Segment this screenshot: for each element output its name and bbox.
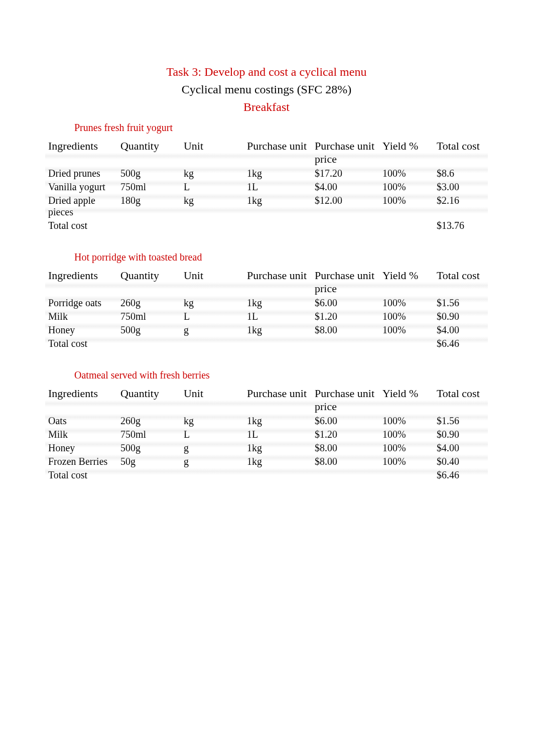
cell-unit: g xyxy=(181,441,244,455)
cell-quantity: 750ml xyxy=(117,180,181,194)
cell-ingredient: Milk xyxy=(45,428,117,441)
cell-yield_pct: 100% xyxy=(379,180,434,194)
cell-quantity: 500g xyxy=(117,323,181,337)
cell-unit: kg xyxy=(181,414,244,428)
cell-purchase_unit: 1kg xyxy=(244,441,312,455)
cell-total_cost: $8.6 xyxy=(434,167,488,180)
cell-total_cost: $0.90 xyxy=(434,310,488,323)
cell-quantity: 50g xyxy=(117,455,181,468)
total-cost-label: Total cost xyxy=(45,468,117,482)
table-header-row: IngredientsQuantityUnitPurchase unitPurc… xyxy=(45,139,488,167)
col-header-total_cost: Total cost xyxy=(434,386,488,414)
cell-yield_pct: 100% xyxy=(379,296,434,310)
cell-quantity: 180g xyxy=(117,194,181,219)
empty-cell xyxy=(117,219,181,232)
cell-total_cost: $0.40 xyxy=(434,455,488,468)
cell-purchase_unit_price: $8.00 xyxy=(312,323,379,337)
table-header-row: IngredientsQuantityUnitPurchase unitPurc… xyxy=(45,268,488,296)
col-header-ingredients: Ingredients xyxy=(45,386,117,414)
table-row: Dried apple pieces180gkg1kg$12.00100%$2.… xyxy=(45,194,488,219)
col-header-purchase_unit_price: Purchase unit price xyxy=(312,386,379,414)
cell-ingredient: Frozen Berries xyxy=(45,455,117,468)
total-cost-label: Total cost xyxy=(45,337,117,350)
table-row: Porridge oats260gkg1kg$6.00100%$1.56 xyxy=(45,296,488,310)
recipe-block: Oatmeal served with fresh berriesIngredi… xyxy=(45,369,488,482)
cell-yield_pct: 100% xyxy=(379,455,434,468)
col-header-purchase_unit: Purchase unit xyxy=(244,139,312,167)
cell-purchase_unit: 1kg xyxy=(244,167,312,180)
empty-cell xyxy=(244,219,312,232)
cell-total_cost: $3.00 xyxy=(434,180,488,194)
empty-cell xyxy=(379,219,434,232)
cell-quantity: 500g xyxy=(117,167,181,180)
cell-unit: kg xyxy=(181,296,244,310)
cell-yield_pct: 100% xyxy=(379,323,434,337)
costing-table: IngredientsQuantityUnitPurchase unitPurc… xyxy=(45,139,488,232)
cell-ingredient: Dried apple pieces xyxy=(45,194,117,219)
empty-cell xyxy=(312,219,379,232)
document-page: Task 3: Develop and cost a cyclical menu… xyxy=(0,0,533,531)
table-row: Honey500gg1kg$8.00100%$4.00 xyxy=(45,441,488,455)
recipe-title: Prunes fresh fruit yogurt xyxy=(74,122,488,134)
col-header-purchase_unit: Purchase unit xyxy=(244,386,312,414)
cell-unit: L xyxy=(181,180,244,194)
col-header-quantity: Quantity xyxy=(117,268,181,296)
empty-cell xyxy=(312,468,379,482)
table-row: Dried prunes500gkg1kg$17.20100%$8.6 xyxy=(45,167,488,180)
cell-purchase_unit: 1kg xyxy=(244,455,312,468)
empty-cell xyxy=(181,219,244,232)
cell-purchase_unit: 1L xyxy=(244,180,312,194)
cell-purchase_unit_price: $12.00 xyxy=(312,194,379,219)
recipe-title: Oatmeal served with fresh berries xyxy=(74,369,488,381)
col-header-yield_pct: Yield % xyxy=(379,139,434,167)
col-header-purchase_unit: Purchase unit xyxy=(244,268,312,296)
cell-purchase_unit_price: $8.00 xyxy=(312,441,379,455)
cell-purchase_unit: 1L xyxy=(244,428,312,441)
task-title: Task 3: Develop and cost a cyclical menu xyxy=(45,65,488,79)
empty-cell xyxy=(181,468,244,482)
empty-cell xyxy=(244,468,312,482)
table-row: Milk750mlL1L$1.20100%$0.90 xyxy=(45,310,488,323)
cell-quantity: 750ml xyxy=(117,310,181,323)
col-header-quantity: Quantity xyxy=(117,386,181,414)
total-cost-value: $6.46 xyxy=(434,468,488,482)
col-header-unit: Unit xyxy=(181,268,244,296)
table-row: Vanilla yogurt750mlL1L$4.00100%$3.00 xyxy=(45,180,488,194)
costing-table: IngredientsQuantityUnitPurchase unitPurc… xyxy=(45,386,488,482)
col-header-ingredients: Ingredients xyxy=(45,268,117,296)
table-row: Oats260gkg1kg$6.00100%$1.56 xyxy=(45,414,488,428)
cell-ingredient: Porridge oats xyxy=(45,296,117,310)
cell-yield_pct: 100% xyxy=(379,441,434,455)
col-header-yield_pct: Yield % xyxy=(379,268,434,296)
col-header-purchase_unit_price: Purchase unit price xyxy=(312,268,379,296)
col-header-unit: Unit xyxy=(181,386,244,414)
total-cost-row: Total cost$6.46 xyxy=(45,468,488,482)
col-header-ingredients: Ingredients xyxy=(45,139,117,167)
table-wrapper: IngredientsQuantityUnitPurchase unitPurc… xyxy=(45,268,488,350)
recipe-block: Hot porridge with toasted breadIngredien… xyxy=(45,251,488,350)
table-header-row: IngredientsQuantityUnitPurchase unitPurc… xyxy=(45,386,488,414)
cell-purchase_unit_price: $1.20 xyxy=(312,428,379,441)
cell-ingredient: Oats xyxy=(45,414,117,428)
cell-purchase_unit_price: $6.00 xyxy=(312,414,379,428)
cell-yield_pct: 100% xyxy=(379,167,434,180)
cell-purchase_unit: 1L xyxy=(244,310,312,323)
table-row: Frozen Berries50gg1kg$8.00100%$0.40 xyxy=(45,455,488,468)
cell-unit: g xyxy=(181,455,244,468)
empty-cell xyxy=(117,468,181,482)
total-cost-row: Total cost$13.76 xyxy=(45,219,488,232)
cell-unit: L xyxy=(181,310,244,323)
recipe-title: Hot porridge with toasted bread xyxy=(74,251,488,263)
subtitle: Cyclical menu costings (SFC 28%) xyxy=(45,83,488,96)
cell-purchase_unit: 1kg xyxy=(244,194,312,219)
cell-purchase_unit_price: $6.00 xyxy=(312,296,379,310)
empty-cell xyxy=(244,337,312,350)
col-header-quantity: Quantity xyxy=(117,139,181,167)
cell-quantity: 750ml xyxy=(117,428,181,441)
cell-ingredient: Honey xyxy=(45,441,117,455)
cell-quantity: 260g xyxy=(117,296,181,310)
total-cost-value: $13.76 xyxy=(434,219,488,232)
recipes-container: Prunes fresh fruit yogurtIngredientsQuan… xyxy=(45,122,488,482)
section-heading-breakfast: Breakfast xyxy=(45,100,488,114)
col-header-total_cost: Total cost xyxy=(434,268,488,296)
